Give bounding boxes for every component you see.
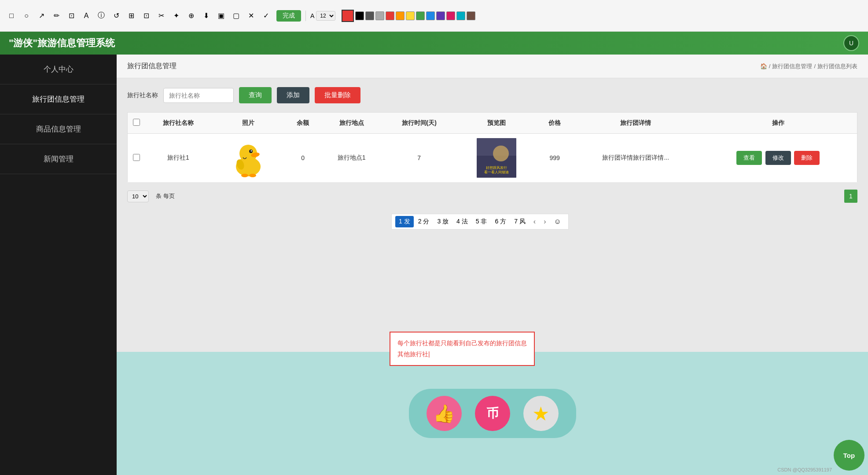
- preview-img-inner: 好想跟风发行 看一看人间烟迪: [477, 138, 516, 178]
- per-page-select[interactable]: 10 20 50: [127, 190, 149, 202]
- coin-button[interactable]: 币: [475, 396, 510, 431]
- font-label: A: [310, 12, 314, 19]
- toolbar-separator: [305, 11, 306, 21]
- app-header: "游侠"旅游信息管理系统 U: [0, 32, 868, 55]
- select-all-checkbox[interactable]: [133, 119, 140, 126]
- table-header-row: 旅行社名称 照片 余额 旅行地点 旅行时间(天) 预览图 价格 旅行团详情 操作: [128, 113, 857, 134]
- ime-candidate-5[interactable]: 5 非: [472, 216, 491, 227]
- rect-tool-icon[interactable]: □: [5, 10, 18, 22]
- ime-next-icon[interactable]: ›: [540, 216, 549, 227]
- color-swatch-orange[interactable]: [396, 11, 405, 20]
- user-avatar[interactable]: U: [843, 35, 859, 51]
- th-name: 旅行社名称: [145, 113, 212, 134]
- sidebar-item-tour-group[interactable]: 旅行团信息管理: [0, 84, 117, 114]
- star-icon: ★: [532, 402, 549, 425]
- ime-candidate-1[interactable]: 1 发: [395, 216, 414, 227]
- active-color-swatch[interactable]: [342, 10, 354, 22]
- sidebar-item-personal[interactable]: 个人中心: [0, 55, 117, 84]
- coin-icon: 币: [486, 405, 499, 422]
- breadcrumb-item-1: 旅行团信息管理: [772, 62, 812, 70]
- color-swatch-purple[interactable]: [436, 11, 445, 20]
- color-swatch-yellow[interactable]: [406, 11, 415, 20]
- app-title: "游侠"旅游信息管理系统: [9, 37, 115, 50]
- color-swatch-green[interactable]: [416, 11, 425, 20]
- th-days: 旅行时间(天): [383, 113, 456, 134]
- ime-candidate-6[interactable]: 6 方: [491, 216, 510, 227]
- main-content: 旅行社名称 查询 添加 批量删除 旅行社名称 照片 余额 旅行地点: [117, 78, 868, 352]
- bottom-section: 👍 币 ★: [117, 352, 868, 475]
- ime-candidate-3[interactable]: 3 放: [434, 216, 452, 227]
- search-input[interactable]: [163, 88, 234, 103]
- action-buttons-row: 👍 币 ★: [409, 389, 576, 438]
- ime-emoji-icon[interactable]: ☺: [550, 216, 564, 227]
- svg-point-10: [493, 146, 509, 161]
- font-tool-icon[interactable]: A: [80, 10, 92, 22]
- text-box-tool-icon[interactable]: ⊡: [65, 10, 77, 22]
- row-location: 旅行地点1: [320, 134, 382, 183]
- mosaic-tool-icon[interactable]: ⊡: [140, 10, 152, 22]
- save-tool-icon[interactable]: ▢: [230, 10, 242, 22]
- th-price: 价格: [537, 113, 572, 134]
- th-photo: 照片: [211, 113, 285, 134]
- view-button[interactable]: 查看: [736, 151, 762, 165]
- pin-tool-icon[interactable]: ✦: [170, 10, 182, 22]
- annotation-popup: 每个旅行社都是只能看到自己发布的旅行团信息 其他旅行社|: [390, 332, 535, 366]
- pencil-tool-icon[interactable]: ✏: [50, 10, 63, 22]
- sidebar: 个人中心 旅行团信息管理 商品信息管理 新闻管理: [0, 55, 117, 475]
- target-tool-icon[interactable]: ⊕: [185, 10, 197, 22]
- row-actions: 查看 修改 删除: [699, 134, 857, 183]
- page-header: 旅行团信息管理 🏠 / 旅行团信息管理 / 旅行团信息列表: [117, 55, 868, 78]
- breadcrumb-home-icon: 🏠: [760, 63, 767, 69]
- undo-tool-icon[interactable]: ↺: [110, 10, 122, 22]
- edit-button[interactable]: 修改: [765, 151, 791, 165]
- confirm-tool-icon[interactable]: ✓: [260, 10, 272, 22]
- ime-candidate-4[interactable]: 4 法: [453, 216, 471, 227]
- done-button[interactable]: 完成: [276, 10, 301, 22]
- svg-text:好想跟风发行: 好想跟风发行: [486, 166, 507, 170]
- close-tool-icon[interactable]: ✕: [245, 10, 257, 22]
- like-button[interactable]: 👍: [427, 396, 462, 431]
- download-tool-icon[interactable]: ⬇: [200, 10, 212, 22]
- row-photo: [211, 134, 285, 183]
- ime-bar: 1 发 2 分 3 放 4 法 5 非 6 方 7 风 ‹ › ☺: [391, 214, 569, 230]
- add-button[interactable]: 添加: [277, 87, 309, 103]
- color-palette: [342, 10, 475, 22]
- color-swatch-black[interactable]: [355, 11, 364, 20]
- color-swatch-brown[interactable]: [467, 11, 475, 20]
- color-swatch-blue[interactable]: [426, 11, 435, 20]
- grid-tool-icon[interactable]: ⊞: [125, 10, 137, 22]
- annotation-toolbar: □ ○ ↗ ✏ ⊡ A ⓘ ↺ ⊞ ⊡ ✂ ✦ ⊕ ⬇ ▣ ▢ ✕ ✓ 完成 A…: [0, 0, 868, 32]
- arrow-tool-icon[interactable]: ↗: [35, 10, 48, 22]
- like-icon: 👍: [433, 403, 455, 424]
- per-page-label: 条 每页: [156, 192, 175, 200]
- scroll-top-button[interactable]: Top: [834, 440, 864, 471]
- ime-candidate-7[interactable]: 7 风: [511, 216, 529, 227]
- ime-prev-icon[interactable]: ‹: [530, 216, 539, 227]
- delete-button[interactable]: 删除: [794, 151, 820, 165]
- info-tool-icon[interactable]: ⓘ: [95, 10, 107, 22]
- row-name: 旅行社1: [145, 134, 212, 183]
- star-button[interactable]: ★: [523, 396, 559, 431]
- query-button[interactable]: 查询: [239, 87, 272, 103]
- color-swatch-pink[interactable]: [446, 11, 455, 20]
- row-checkbox[interactable]: [133, 154, 140, 161]
- color-swatch-cyan[interactable]: [456, 11, 465, 20]
- ime-candidate-2[interactable]: 2 分: [415, 216, 433, 227]
- sidebar-item-goods[interactable]: 商品信息管理: [0, 114, 117, 144]
- circle-tool-icon[interactable]: ○: [20, 10, 33, 22]
- search-bar: 旅行社名称 查询 添加 批量删除: [127, 87, 857, 103]
- annotation-line2: 其他旅行社|: [397, 349, 527, 360]
- color-swatch-gray2[interactable]: [375, 11, 384, 20]
- font-size-select[interactable]: 12 14 16 18 24: [316, 11, 335, 21]
- color-swatch-red[interactable]: [386, 11, 394, 20]
- row-days: 7: [383, 134, 456, 183]
- color-swatch-gray1[interactable]: [365, 11, 374, 20]
- sidebar-item-news[interactable]: 新闻管理: [0, 144, 117, 174]
- csdn-watermark: CSDN @QQ3295391197: [777, 467, 832, 472]
- th-checkbox: [128, 113, 145, 134]
- th-balance: 余额: [285, 113, 320, 134]
- cut-tool-icon[interactable]: ✂: [155, 10, 167, 22]
- th-actions: 操作: [699, 113, 857, 134]
- batch-delete-button[interactable]: 批量删除: [315, 87, 360, 103]
- copy-tool-icon[interactable]: ▣: [215, 10, 227, 22]
